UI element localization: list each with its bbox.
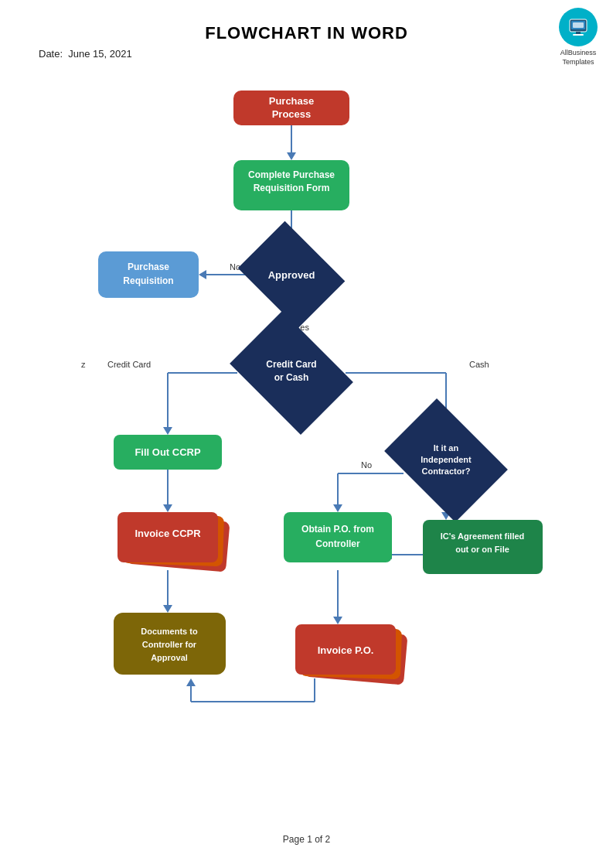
svg-text:Controller for: Controller for	[141, 640, 196, 649]
svg-marker-25	[163, 504, 172, 512]
svg-marker-6	[287, 152, 296, 160]
logo-icon	[567, 16, 589, 38]
flowchart-svg: No Yes Credit Card Cash z	[36, 75, 577, 810]
svg-text:out or on File: out or on File	[455, 545, 509, 554]
svg-text:Documents to: Documents to	[141, 627, 198, 636]
svg-marker-42	[186, 678, 196, 686]
logo-circle	[559, 8, 598, 46]
svg-text:Invoice CCPR: Invoice CCPR	[135, 528, 201, 539]
svg-text:Purchase: Purchase	[268, 95, 314, 107]
svg-text:Cash: Cash	[469, 360, 489, 369]
svg-text:It it an: It it an	[433, 443, 458, 453]
svg-rect-1	[576, 32, 581, 34]
svg-text:Credit Card: Credit Card	[266, 359, 316, 370]
svg-text:No: No	[361, 460, 372, 470]
svg-text:or Cash: or Cash	[274, 372, 308, 383]
svg-text:Fill Out CCRP: Fill Out CCRP	[135, 446, 201, 458]
flowchart: No Yes Credit Card Cash z	[36, 75, 577, 810]
main-title: FLOWCHART IN WORD	[31, 23, 582, 43]
svg-marker-10	[199, 270, 206, 279]
svg-text:Process: Process	[271, 108, 311, 120]
svg-text:Requisition Form: Requisition Form	[253, 183, 329, 193]
svg-rect-2	[573, 34, 584, 36]
logo-text: AllBusinessTemplates	[560, 49, 597, 67]
svg-text:No: No	[230, 262, 240, 272]
svg-text:Requisition: Requisition	[123, 275, 173, 286]
svg-marker-27	[163, 605, 172, 613]
date-line: Date: June 15, 2021	[39, 48, 582, 60]
svg-marker-17	[163, 427, 172, 435]
svg-text:Controller: Controller	[315, 538, 360, 549]
svg-text:z: z	[81, 360, 86, 369]
svg-text:Independent: Independent	[421, 455, 472, 464]
svg-text:Invoice P.O.: Invoice P.O.	[317, 644, 373, 656]
svg-marker-30	[333, 504, 342, 512]
svg-text:Credit Card: Credit Card	[107, 360, 151, 369]
svg-text:Contractor?: Contractor?	[421, 466, 470, 476]
page: AllBusinessTemplates FLOWCHART IN WORD D…	[0, 0, 613, 868]
svg-rect-74	[284, 512, 392, 562]
svg-text:IC's Agreement filled: IC's Agreement filled	[440, 531, 524, 541]
svg-text:Complete Purchase: Complete Purchase	[247, 169, 334, 180]
svg-text:Approval: Approval	[151, 653, 188, 662]
svg-text:Approved: Approved	[267, 269, 315, 281]
svg-rect-51	[98, 251, 199, 298]
logo-area: AllBusinessTemplates	[559, 8, 598, 67]
svg-text:Obtain P.O. from: Obtain P.O. from	[301, 524, 374, 535]
page-footer: Page 1 of 2	[283, 834, 330, 845]
svg-rect-4	[573, 22, 584, 28]
svg-text:Purchase: Purchase	[127, 261, 169, 272]
svg-marker-38	[333, 617, 342, 624]
